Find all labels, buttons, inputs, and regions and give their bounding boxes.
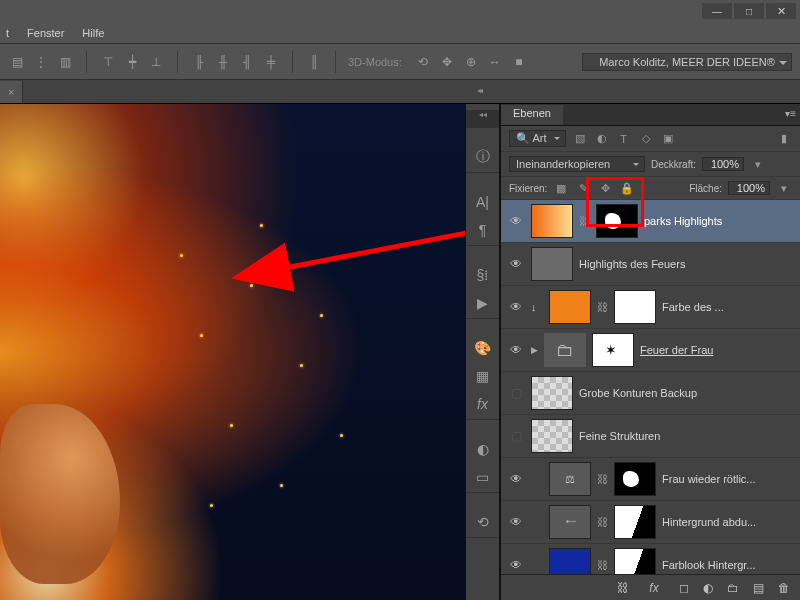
glyphs-panel-icon[interactable]: §⁞ bbox=[472, 266, 494, 284]
filter-toggle[interactable]: ▮ bbox=[776, 132, 792, 146]
layer-row[interactable]: 👁 ↓ ⛓ Farbe des ... bbox=[501, 286, 800, 329]
new-adjustment-icon[interactable]: ◐ bbox=[703, 581, 713, 595]
visibility-icon[interactable]: 👁 bbox=[507, 472, 525, 486]
menu-item-fenster[interactable]: Fenster bbox=[27, 27, 64, 39]
layer-filter-kind[interactable]: 🔍 Art bbox=[509, 130, 566, 147]
filter-smart-icon[interactable]: ▣ bbox=[660, 132, 676, 146]
layer-mask-thumb[interactable] bbox=[614, 462, 656, 496]
adjustment-icon[interactable]: ⬳ bbox=[549, 505, 591, 539]
close-tab-icon[interactable]: × bbox=[8, 86, 14, 98]
panel-menu-icon[interactable]: ▾≡ bbox=[785, 108, 796, 119]
fill-swatch[interactable] bbox=[549, 548, 591, 574]
align-bottom-icon[interactable]: ⊥ bbox=[147, 53, 165, 71]
folder-icon[interactable]: 🗀 bbox=[544, 333, 586, 367]
add-mask-icon[interactable]: ◻ bbox=[679, 581, 689, 595]
layer-name[interactable]: Farbe des ... bbox=[662, 301, 794, 313]
link-icon[interactable]: ⛓ bbox=[597, 473, 608, 485]
menu-item-hilfe[interactable]: Hilfe bbox=[82, 27, 104, 39]
styles-panel-icon[interactable]: fx bbox=[472, 395, 494, 413]
layer-name[interactable]: Frau wieder rötlic... bbox=[662, 473, 794, 485]
swatches-panel-icon[interactable]: 🎨 bbox=[472, 339, 494, 357]
layer-row[interactable]: ▢ Feine Strukturen bbox=[501, 415, 800, 458]
visibility-icon[interactable]: 👁 bbox=[507, 214, 525, 228]
color-panel-icon[interactable]: ▦ bbox=[472, 367, 494, 385]
layer-mask-thumb[interactable] bbox=[614, 290, 656, 324]
paragraph-panel-icon[interactable]: ¶ bbox=[472, 221, 494, 239]
new-group-icon[interactable]: 🗀 bbox=[727, 581, 739, 595]
filter-adjust-icon[interactable]: ◐ bbox=[594, 132, 610, 146]
fill-swatch[interactable] bbox=[549, 290, 591, 324]
folder-disclosure-icon[interactable]: ▶ bbox=[531, 345, 538, 355]
3d-scale-icon[interactable]: ■ bbox=[510, 53, 528, 71]
distribute-h-icon[interactable]: ╟ bbox=[190, 53, 208, 71]
opacity-dropdown-icon[interactable]: ▾ bbox=[750, 157, 766, 171]
menu-item-truncated[interactable]: t bbox=[6, 27, 9, 39]
align-center-v-icon[interactable]: ┿ bbox=[123, 53, 141, 71]
layer-row[interactable]: ▢ Grobe Konturen Backup bbox=[501, 372, 800, 415]
actions-panel-icon[interactable]: ▶ bbox=[472, 294, 494, 312]
filter-pixel-icon[interactable]: ▧ bbox=[572, 132, 588, 146]
visibility-icon[interactable]: 👁 bbox=[507, 343, 525, 357]
link-layers-icon[interactable]: ⛓ bbox=[617, 581, 629, 595]
link-icon[interactable]: ⛓ bbox=[597, 301, 608, 313]
properties-panel-icon[interactable]: ▭ bbox=[472, 468, 494, 486]
distribute-spacing-icon[interactable]: ║ bbox=[305, 53, 323, 71]
window-minimize[interactable]: — bbox=[702, 3, 732, 19]
adjustments-panel-icon[interactable]: ◐ bbox=[472, 440, 494, 458]
link-icon[interactable]: ⛓ bbox=[597, 559, 608, 571]
document-tab[interactable]: × bbox=[0, 81, 23, 103]
align-right-icon[interactable]: ▥ bbox=[56, 53, 74, 71]
layer-name[interactable]: parks Highlights bbox=[644, 215, 794, 227]
filter-shape-icon[interactable]: ◇ bbox=[638, 132, 654, 146]
layer-thumb[interactable] bbox=[531, 247, 573, 281]
visibility-icon[interactable]: 👁 bbox=[507, 257, 525, 271]
layer-mask-thumb[interactable] bbox=[614, 505, 656, 539]
workspace-picker[interactable]: Marco Kolditz, MEER DER IDEEN® bbox=[582, 53, 792, 71]
link-icon[interactable]: ⛓ bbox=[597, 516, 608, 528]
align-center-h-icon[interactable]: ⋮ bbox=[32, 53, 50, 71]
layer-name[interactable]: Feuer der Frau bbox=[640, 344, 794, 356]
layer-row[interactable]: 👁 ⛓ parks Highlights bbox=[501, 200, 800, 243]
visibility-icon[interactable]: ▢ bbox=[507, 386, 525, 400]
fill-dropdown-icon[interactable]: ▾ bbox=[776, 181, 792, 195]
layer-row[interactable]: 👁 ⚖ ⛓ Frau wieder rötlic... bbox=[501, 458, 800, 501]
distribute-4-icon[interactable]: ╪ bbox=[262, 53, 280, 71]
opacity-value[interactable]: 100% bbox=[702, 157, 744, 171]
layer-row[interactable]: 👁 ▶ 🗀 ✶ Feuer der Frau bbox=[501, 329, 800, 372]
layer-name[interactable]: Farblook Hintergr... bbox=[662, 559, 794, 571]
3d-roll-icon[interactable]: ✥ bbox=[438, 53, 456, 71]
layer-name[interactable]: Grobe Konturen Backup bbox=[579, 387, 794, 399]
layer-mask-thumb[interactable] bbox=[614, 548, 656, 574]
distribute-v-icon[interactable]: ╫ bbox=[214, 53, 232, 71]
window-close[interactable]: ✕ bbox=[766, 3, 796, 19]
align-top-icon[interactable]: ⊤ bbox=[99, 53, 117, 71]
info-panel-icon[interactable]: ⓘ bbox=[472, 148, 494, 166]
layer-row[interactable]: 👁 ⛓ Farblook Hintergr... bbox=[501, 544, 800, 574]
adjustment-icon[interactable]: ⚖ bbox=[549, 462, 591, 496]
blend-mode-select[interactable]: Ineinanderkopieren bbox=[509, 156, 645, 172]
layer-name[interactable]: Hintergrund abdu... bbox=[662, 516, 794, 528]
visibility-icon[interactable]: 👁 bbox=[507, 558, 525, 572]
3d-pan-icon[interactable]: ⊕ bbox=[462, 53, 480, 71]
visibility-icon[interactable]: 👁 bbox=[507, 515, 525, 529]
delete-layer-icon[interactable]: 🗑 bbox=[778, 581, 790, 595]
layer-name[interactable]: Highlights des Feuers bbox=[579, 258, 794, 270]
align-left-icon[interactable]: ▤ bbox=[8, 53, 26, 71]
fx-icon[interactable]: fx bbox=[643, 579, 665, 597]
lock-transparency-icon[interactable]: ▩ bbox=[553, 181, 569, 195]
new-layer-icon[interactable]: ▤ bbox=[753, 581, 764, 595]
layer-mask-thumb[interactable]: ✶ bbox=[592, 333, 634, 367]
distribute-3-icon[interactable]: ╢ bbox=[238, 53, 256, 71]
visibility-icon[interactable]: 👁 bbox=[507, 300, 525, 314]
visibility-icon[interactable]: ▢ bbox=[507, 429, 525, 443]
panel-tab-ebenen[interactable]: Ebenen bbox=[501, 105, 563, 125]
layer-thumb[interactable] bbox=[531, 376, 573, 410]
3d-orbit-icon[interactable]: ⟲ bbox=[414, 53, 432, 71]
fill-value[interactable]: 100% bbox=[728, 181, 770, 195]
3d-slide-icon[interactable]: ↔ bbox=[486, 53, 504, 71]
layer-name[interactable]: Feine Strukturen bbox=[579, 430, 794, 442]
filter-type-icon[interactable]: T bbox=[616, 132, 632, 146]
canvas-area[interactable] bbox=[0, 104, 466, 600]
layer-row[interactable]: 👁 ⬳ ⛓ Hintergrund abdu... bbox=[501, 501, 800, 544]
layer-row[interactable]: 👁 Highlights des Feuers bbox=[501, 243, 800, 286]
